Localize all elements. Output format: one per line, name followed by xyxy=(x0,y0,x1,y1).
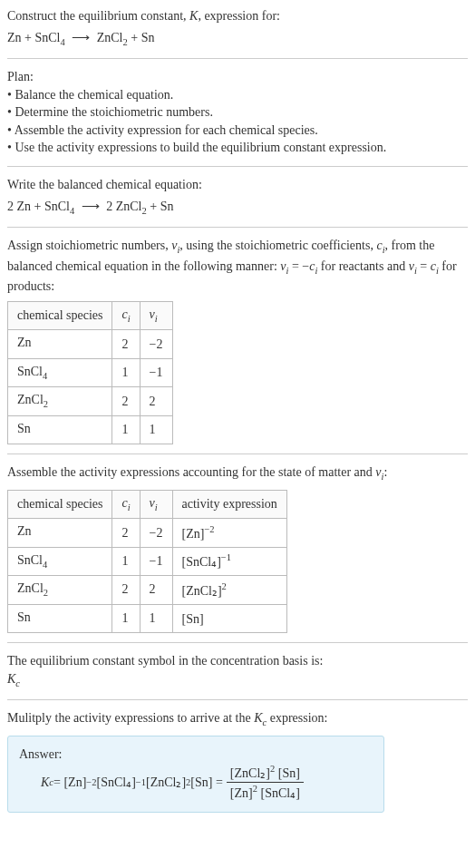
symbol-kc: Kc xyxy=(7,670,468,690)
h3: νi xyxy=(150,496,158,510)
intro-line1: Construct the equilibrium constant, K, e… xyxy=(7,7,468,25)
table-row: Sn11 xyxy=(8,415,173,444)
activity-section: Assemble the activity expressions accoun… xyxy=(7,463,468,633)
frac-num: [ZnCl₂]2 [Sn] xyxy=(227,763,304,783)
stoich-intro: Assign stoichiometric numbers, νi, using… xyxy=(7,237,468,296)
cell-c: 1 xyxy=(112,415,140,444)
cell-act: [ZnCl₂]2 xyxy=(172,576,286,604)
symbol-section: The equilibrium constant symbol in the c… xyxy=(7,652,468,690)
activity-title: Assemble the activity expressions accoun… xyxy=(7,463,468,483)
divider xyxy=(7,227,468,228)
divider xyxy=(7,58,468,59)
intro-k: K xyxy=(189,9,198,23)
actexp: −2 xyxy=(204,524,214,534)
balanced-title: Write the balanced chemical equation: xyxy=(7,176,468,194)
cell-n: −1 xyxy=(140,358,172,386)
bal-left: 2 Zn + SnCl xyxy=(7,200,70,213)
table-row: Zn2−2 xyxy=(8,330,173,358)
sp: Sn xyxy=(17,422,31,435)
cell-n: 2 xyxy=(140,576,172,604)
actexp: 2 xyxy=(222,581,227,591)
st-t1: Assign stoichiometric numbers, xyxy=(7,239,171,252)
h2: ci xyxy=(121,307,130,321)
stoich-table: chemical species ci νi Zn2−2 SnCl41−1 Zn… xyxy=(7,301,173,444)
table-row: Sn11[Sn] xyxy=(8,604,287,632)
plan-section: Plan: • Balance the chemical equation. •… xyxy=(7,68,468,157)
kcsub: c xyxy=(15,678,20,688)
cell-species: SnCl4 xyxy=(8,358,112,386)
balanced-section: Write the balanced chemical equation: 2 … xyxy=(7,176,468,218)
h2: ci xyxy=(121,496,130,510)
cell-act: [SnCl₄]−1 xyxy=(172,547,286,575)
ap4: [Sn] = xyxy=(190,774,223,792)
ap2: [SnCl₄] xyxy=(96,774,135,792)
table-row: Zn2−2[Zn]−2 xyxy=(8,519,287,547)
cell-n: 1 xyxy=(140,604,172,632)
answer-box: Answer: Kc = [Zn]−2 [SnCl₄]−1 [ZnCl₂]2 [… xyxy=(7,736,384,813)
m1: Mulitply the activity expressions to arr… xyxy=(7,711,254,725)
answer-expression: Kc = [Zn]−2 [SnCl₄]−1 [ZnCl₂]2 [Sn] = [Z… xyxy=(19,763,373,803)
plan-bullet-3: • Assemble the activity expression for e… xyxy=(7,122,468,140)
sp: Sn xyxy=(17,610,31,624)
sp: ZnCl xyxy=(17,581,44,595)
h3: νi xyxy=(150,307,158,321)
activity-table: chemical species ci νi activity expressi… xyxy=(7,490,287,633)
spsub: 4 xyxy=(43,559,47,569)
multiply-text: Mulitply the activity expressions to arr… xyxy=(7,709,468,729)
cell-species: Zn xyxy=(8,519,112,547)
st-t2: , using the stoichiometric coefficients, xyxy=(179,239,376,252)
sp: SnCl xyxy=(17,553,43,567)
eq-sub1: 4 xyxy=(60,36,64,46)
stoich-section: Assign stoichiometric numbers, νi, using… xyxy=(7,237,468,444)
cell-species: ZnCl2 xyxy=(8,576,112,604)
eq-right2: + Sn xyxy=(128,31,155,44)
answer-label: Answer: xyxy=(19,746,373,764)
table-row: ZnCl222 xyxy=(8,387,173,415)
st-t4: for reactants and xyxy=(317,259,408,273)
col-ci: ci xyxy=(112,490,140,518)
act: [SnCl₄] xyxy=(182,555,221,569)
cell-act: [Zn]−2 xyxy=(172,519,286,547)
act: [Zn] xyxy=(182,526,205,540)
answer-fraction: [ZnCl₂]2 [Sn] [Zn]2 [SnCl₄] xyxy=(227,763,304,803)
plan-bullet-4: • Use the activity expressions to build … xyxy=(7,139,468,157)
sp: Zn xyxy=(17,524,32,538)
act: [Sn] xyxy=(182,612,204,626)
table-header-row: chemical species ci νi xyxy=(8,301,173,329)
table-row: SnCl41−1 xyxy=(8,358,173,386)
bal-right1: 2 ZnCl xyxy=(106,200,141,213)
cell-species: Zn xyxy=(8,330,112,358)
d2: [SnCl₄] xyxy=(257,786,300,800)
m2: expression: xyxy=(267,711,327,725)
col-species: chemical species xyxy=(8,490,112,518)
divider xyxy=(7,454,468,454)
symbol-text: The equilibrium constant symbol in the c… xyxy=(7,652,468,670)
spsub: 4 xyxy=(43,370,47,380)
aeq: = [Zn] xyxy=(53,774,86,792)
actexp: −1 xyxy=(221,552,231,562)
cell-species: Sn xyxy=(8,415,112,444)
act-t1: Assemble the activity expressions accoun… xyxy=(7,465,375,479)
divider xyxy=(7,699,468,700)
ae1: −2 xyxy=(86,776,96,790)
intro-text-1: Construct the equilibrium constant, xyxy=(7,9,189,23)
balanced-equation: 2 Zn + SnCl4 ⟶ 2 ZnCl2 + Sn xyxy=(7,198,468,218)
cell-c: 1 xyxy=(112,547,140,575)
col-species: chemical species xyxy=(8,301,112,329)
eq-right1: ZnCl xyxy=(97,31,123,44)
sp: Zn xyxy=(17,336,32,349)
divider xyxy=(7,166,468,167)
akc: K xyxy=(41,774,49,792)
mkc: K xyxy=(254,711,262,725)
ae2: −1 xyxy=(136,776,146,790)
plan-title: Plan: xyxy=(7,68,468,86)
spsub: 2 xyxy=(44,588,48,598)
cell-c: 1 xyxy=(112,358,140,386)
cell-c: 2 xyxy=(112,330,140,358)
cell-n: 1 xyxy=(140,415,172,444)
table-row: ZnCl222[ZnCl₂]2 xyxy=(8,576,287,604)
table-row: SnCl41−1[SnCl₄]−1 xyxy=(8,547,287,575)
cell-species: Sn xyxy=(8,604,112,632)
intro-section: Construct the equilibrium constant, K, e… xyxy=(7,7,468,49)
multiply-section: Mulitply the activity expressions to arr… xyxy=(7,709,468,813)
